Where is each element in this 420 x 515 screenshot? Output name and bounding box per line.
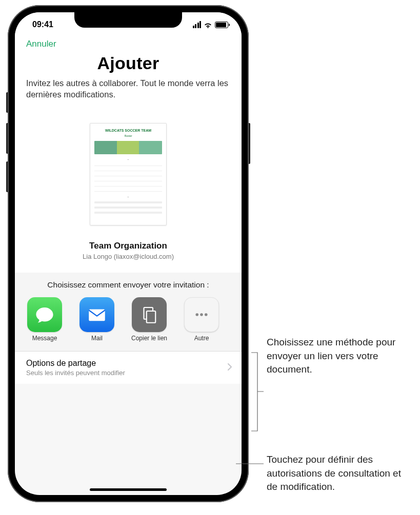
svg-point-3 <box>195 313 198 316</box>
svg-point-4 <box>200 313 203 316</box>
wifi-icon <box>204 22 212 28</box>
header-section: Annuler Ajouter Invitez les autres à col… <box>15 37 242 111</box>
cellular-signal-icon <box>193 21 202 28</box>
share-options-button[interactable]: Options de partage Seuls les invités peu… <box>15 351 242 384</box>
thumb-subtitle: Roster <box>94 134 162 137</box>
share-more-label: Autre <box>194 335 209 342</box>
share-copy-link-button[interactable]: Copier le lien <box>129 297 170 342</box>
document-owner: Lia Longo (liaxox@icloud.com) <box>15 253 242 260</box>
home-indicator[interactable] <box>90 488 167 491</box>
message-icon <box>27 297 62 332</box>
status-time: 09:41 <box>32 20 53 29</box>
chevron-right-icon <box>227 363 232 373</box>
page-subtitle: Invitez les autres à collaborer. Tout le… <box>26 77 230 100</box>
share-message-button[interactable]: Message <box>24 297 65 342</box>
share-more-button[interactable]: Autre <box>181 297 222 342</box>
share-message-label: Message <box>32 335 57 342</box>
document-name: Team Organization <box>15 241 242 251</box>
callout-permissions: Touchez pour définir des autorisations d… <box>267 453 410 494</box>
document-thumbnail: WILDCATS SOCCER TEAM Roster – – <box>90 123 167 225</box>
battery-icon <box>215 22 228 28</box>
invite-prompt: Choisissez comment envoyer votre invitat… <box>21 280 235 290</box>
share-options-subtitle: Seuls les invités peuvent modifier <box>26 369 125 377</box>
invite-section: Choisissez comment envoyer votre invitat… <box>15 273 242 352</box>
document-preview-section: WILDCATS SOCCER TEAM Roster – – Team Org… <box>15 111 242 273</box>
screen: 09:41 Annuler Ajouter Invitez les autres… <box>15 12 242 495</box>
thumb-title: WILDCATS SOCCER TEAM <box>94 129 162 132</box>
svg-point-5 <box>205 313 208 316</box>
share-mail-label: Mail <box>91 335 103 342</box>
svg-rect-0 <box>89 309 105 321</box>
callout-send-method: Choisissez une méthode pour envoyer un l… <box>267 336 410 377</box>
svg-rect-2 <box>147 311 156 323</box>
more-icon <box>184 297 219 332</box>
share-app-row: Message Mail Copier le lien <box>21 297 235 342</box>
copy-link-icon <box>132 297 167 332</box>
notch <box>74 12 182 28</box>
share-mail-button[interactable]: Mail <box>76 297 117 342</box>
phone-frame: 09:41 Annuler Ajouter Invitez les autres… <box>8 5 249 502</box>
mail-icon <box>79 297 114 332</box>
page-title: Ajouter <box>26 53 230 73</box>
share-options-title: Options de partage <box>26 359 125 368</box>
share-copy-link-label: Copier le lien <box>131 335 167 342</box>
cancel-button[interactable]: Annuler <box>26 39 56 49</box>
